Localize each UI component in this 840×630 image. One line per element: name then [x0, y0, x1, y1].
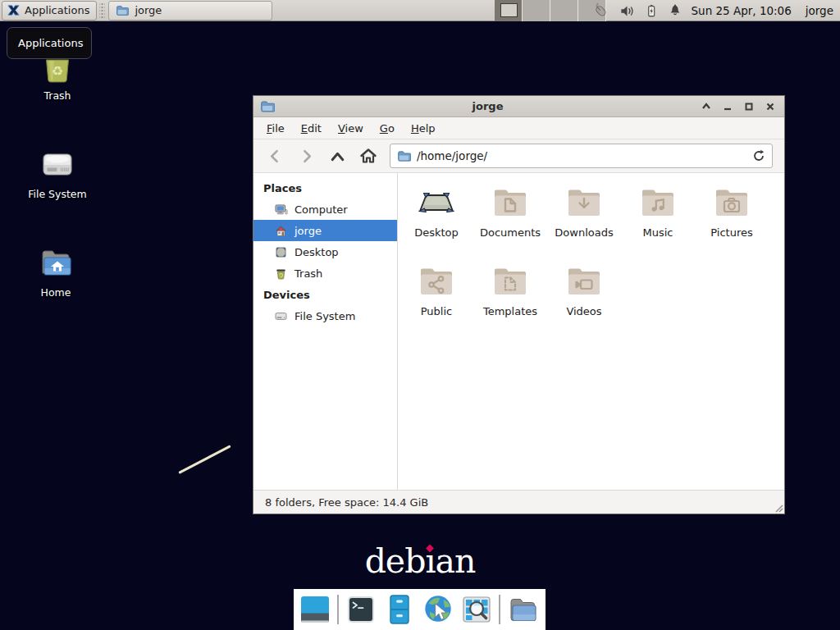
close-window-button[interactable]: [765, 101, 776, 112]
maximize-window-button[interactable]: [743, 101, 755, 112]
file-item-downloads[interactable]: Downloads: [547, 183, 621, 262]
menu-file[interactable]: File: [258, 119, 293, 138]
desktop-icon-home[interactable]: Home: [16, 244, 95, 299]
address-bar[interactable]: /home/jorge/: [390, 144, 773, 168]
file-cabinet-button[interactable]: [383, 593, 416, 626]
file-item-public[interactable]: Public: [399, 262, 473, 340]
forward-button[interactable]: [291, 144, 321, 168]
resize-grip[interactable]: [773, 502, 783, 513]
volume-icon[interactable]: [619, 3, 635, 19]
sidebar-devices-header: Devices: [253, 284, 397, 305]
home-icon: [274, 224, 288, 238]
files-view: Desktop Documents: [398, 173, 784, 490]
file-item-label: Templates: [473, 305, 547, 317]
applications-menu-label: Applications: [25, 4, 89, 16]
file-item-label: Downloads: [547, 226, 621, 239]
show-desktop-button[interactable]: [299, 593, 331, 626]
window-titlebar[interactable]: jorge: [253, 96, 784, 117]
desktop-icon-label: Trash: [18, 89, 97, 102]
sidebar-item-label: Computer: [294, 203, 348, 216]
up-button[interactable]: [322, 144, 352, 168]
window-title: jorge: [280, 100, 696, 112]
music-folder-icon: [638, 183, 678, 222]
menu-go[interactable]: Go: [372, 119, 403, 138]
desktop-workspace-icon: [417, 183, 456, 222]
taskbar-folder-icon: [116, 4, 129, 17]
file-item-label: Public: [399, 305, 473, 317]
workspace-2[interactable]: [523, 0, 550, 21]
file-item-templates[interactable]: Templates: [473, 262, 547, 340]
panel-clock[interactable]: Sun 25 Apr, 10:06: [692, 4, 792, 17]
applications-menu-button[interactable]: Applications: [2, 1, 97, 21]
sidebar-item-label: File System: [294, 310, 355, 322]
dock-separator: [337, 595, 339, 624]
panel-user-label[interactable]: jorge: [806, 4, 833, 17]
statusbar: 8 folders, Free space: 14.4 GiB: [253, 490, 784, 514]
debian-logo-text: an: [436, 541, 476, 581]
home-directory-button[interactable]: [506, 593, 539, 626]
home-button[interactable]: [354, 144, 383, 168]
address-text[interactable]: /home/jorge/: [417, 149, 746, 162]
reload-icon[interactable]: [752, 149, 765, 162]
minimize-window-button[interactable]: [722, 101, 733, 112]
workspace-window-miniature: [500, 3, 518, 17]
file-item-label: Desktop: [399, 226, 473, 239]
back-button[interactable]: [260, 144, 290, 168]
file-item-label: Videos: [547, 305, 621, 317]
shade-window-button[interactable]: [701, 101, 712, 112]
sidebar-item-label: jorge: [294, 225, 322, 237]
sidebar-item-jorge[interactable]: jorge: [253, 220, 397, 241]
terminal-button[interactable]: [345, 593, 377, 626]
app-finder-button[interactable]: [460, 593, 493, 626]
workspace-pager[interactable]: [495, 0, 606, 21]
file-item-label: Music: [621, 226, 695, 239]
top-panel: Applications jorge Sun 25 Apr, 10:06 jor…: [0, 0, 840, 21]
debian-logo-i: ı: [425, 541, 435, 581]
file-item-music[interactable]: Music: [621, 183, 695, 262]
panel-handle: [99, 3, 105, 18]
menu-edit[interactable]: Edit: [293, 119, 330, 138]
desktop-icon-label: File System: [18, 188, 97, 200]
battery-icon[interactable]: [644, 3, 659, 18]
debian-logo: debıan: [0, 541, 840, 581]
downloads-folder-icon: [564, 183, 604, 222]
sidebar-item-computer[interactable]: Computer: [253, 199, 397, 220]
dock-separator: [499, 595, 500, 624]
home-folder-icon: [36, 244, 75, 283]
address-folder-icon: [397, 149, 411, 163]
sidebar-item-label: Trash: [294, 267, 322, 280]
videos-folder-icon: [564, 262, 604, 301]
bell-icon[interactable]: [668, 3, 682, 18]
file-item-pictures[interactable]: Pictures: [695, 183, 769, 262]
applications-tooltip: Applications: [7, 27, 92, 59]
file-item-videos[interactable]: Videos: [547, 262, 621, 340]
documents-folder-icon: [491, 183, 530, 222]
sidebar-item-trash[interactable]: Trash: [253, 262, 397, 284]
dock-panel: [294, 589, 546, 630]
trash-icon: [274, 267, 288, 281]
workspace-3[interactable]: [550, 0, 578, 21]
sidebar-item-desktop[interactable]: Desktop: [253, 241, 397, 262]
sidebar-item-file-system[interactable]: File System: [253, 305, 397, 326]
toolbar: /home/jorge/: [253, 139, 784, 173]
menu-help[interactable]: Help: [403, 119, 444, 138]
file-item-documents[interactable]: Documents: [473, 183, 547, 262]
file-item-label: Documents: [473, 226, 547, 239]
desktop-artifact-line: [178, 445, 231, 473]
file-item-desktop[interactable]: Desktop: [399, 183, 473, 262]
templates-folder-icon: [491, 262, 530, 301]
mouse-icon[interactable]: [593, 2, 610, 20]
taskbar-button-jorge[interactable]: jorge: [108, 1, 272, 21]
menu-view[interactable]: View: [330, 119, 372, 138]
system-tray: Sun 25 Apr, 10:06 jorge: [593, 0, 840, 21]
file-manager-window: jorge File Edit View Go Help: [253, 95, 785, 514]
taskbar-button-label: jorge: [135, 4, 162, 16]
workspace-1[interactable]: [495, 0, 523, 21]
menubar: File Edit View Go Help: [253, 117, 784, 139]
desktop-icon-file-system[interactable]: File System: [18, 145, 97, 200]
xfce-logo-icon: [7, 3, 21, 17]
desktop-icon: [274, 245, 288, 259]
window-folder-icon: [260, 99, 275, 114]
web-browser-button[interactable]: [422, 593, 454, 626]
debian-logo-text: deb: [365, 541, 426, 581]
